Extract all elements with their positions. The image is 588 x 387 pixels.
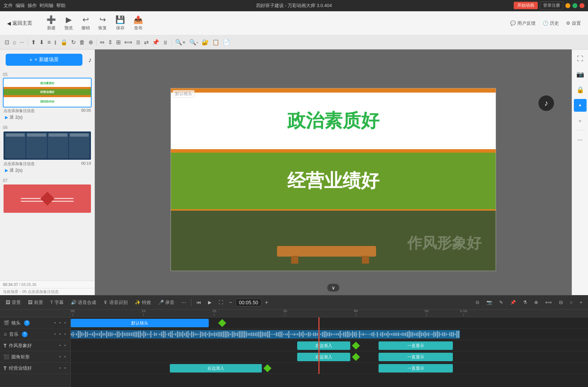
tl-rewind-button[interactable]: ⏮: [194, 299, 203, 306]
tool-distribute-v[interactable]: ⇕: [107, 38, 114, 46]
tl-filter-button[interactable]: ⚗: [521, 299, 529, 306]
redo-button[interactable]: ↪ 恢复: [98, 15, 107, 31]
right-tool-rectangle[interactable]: ▪: [574, 99, 587, 112]
right-tool-fullscreen[interactable]: ⛶: [574, 52, 587, 65]
tl-add-end-button[interactable]: +: [577, 299, 584, 306]
tl-time-minus-button[interactable]: −: [228, 299, 233, 306]
tl-diamond-rect[interactable]: [352, 353, 360, 361]
tl-block-jingy-in[interactable]: 右边渐入: [170, 364, 262, 373]
tool-lock2[interactable]: 🔐: [201, 38, 210, 46]
tool-flip[interactable]: ⇄: [143, 38, 150, 46]
feedback-button[interactable]: 💬 用户反馈: [510, 20, 536, 27]
tool-lock[interactable]: 🔒: [59, 38, 69, 46]
preview-button[interactable]: ▶ 预览: [64, 15, 73, 31]
login-register-button[interactable]: 登录注册: [540, 1, 563, 10]
menu-help[interactable]: 帮助: [56, 2, 65, 9]
track-dot1[interactable]: •: [58, 365, 62, 371]
tl-crop-button[interactable]: ⊕: [532, 299, 540, 306]
tool-order[interactable]: ≣: [135, 38, 142, 46]
tl-diamond-jingy[interactable]: [264, 364, 272, 373]
tl-snapshot-button[interactable]: ⊙: [473, 299, 482, 306]
tl-block-zfxx-always[interactable]: 一直显示: [379, 341, 453, 350]
tl-effects-button[interactable]: ✨ 特效: [133, 299, 153, 306]
menu-operate[interactable]: 操作: [28, 2, 37, 9]
slide-canvas[interactable]: 政治素质好 经营业绩好 团结协作好: [171, 88, 496, 271]
settings-button[interactable]: ⚙ 设置: [566, 20, 581, 27]
tool-crop[interactable]: ⊕: [87, 38, 94, 46]
tl-voice-synth-button[interactable]: 🔊 语音合成: [69, 299, 98, 306]
track-dot2[interactable]: •: [58, 320, 62, 326]
new-scene-button[interactable]: + + 新建场景: [6, 54, 82, 66]
track-dot3[interactable]: •: [63, 332, 67, 337]
track-dot2[interactable]: •: [58, 332, 62, 337]
tl-minus-button[interactable]: ○: [568, 299, 575, 306]
tl-caption-button[interactable]: T 字幕: [48, 299, 66, 306]
track-dot1[interactable]: •: [58, 354, 62, 360]
tool-delete[interactable]: 🗑: [78, 39, 86, 46]
track-dot1[interactable]: •: [53, 332, 57, 337]
tl-camera-button[interactable]: 📷: [484, 299, 494, 306]
menu-edit[interactable]: 编辑: [16, 2, 25, 9]
track-dot1[interactable]: •: [53, 320, 57, 326]
scene-thumbnail-06[interactable]: [3, 131, 92, 160]
play-icon[interactable]: ▶: [5, 115, 8, 120]
tl-voice-recog-button[interactable]: 🎙 语音识别: [101, 299, 130, 306]
track-dot3[interactable]: •: [63, 320, 67, 326]
tool-rotate[interactable]: ↻: [70, 38, 77, 46]
tool-zoom-out[interactable]: 🔍-: [188, 38, 199, 46]
tool-align-bottom[interactable]: ⬇: [38, 38, 45, 46]
track-dot1[interactable]: •: [58, 343, 62, 348]
tl-block-rect-always[interactable]: 一直显示: [379, 353, 453, 361]
tool-pin[interactable]: 📌: [151, 38, 160, 46]
back-home-button[interactable]: ◀ 返回主页: [7, 20, 32, 27]
track-dot2[interactable]: •: [63, 365, 67, 371]
scene-thumbnail-07[interactable]: [3, 184, 92, 213]
publish-button[interactable]: 📤 发布: [133, 15, 143, 31]
tl-play-button[interactable]: ▶: [206, 299, 214, 306]
tl-diamond-shot[interactable]: [218, 319, 226, 327]
tl-edit-button[interactable]: ✎: [497, 299, 505, 306]
new-button[interactable]: ➕ 新建: [46, 15, 56, 31]
tool-paste[interactable]: 📄: [222, 38, 231, 46]
tl-more-button[interactable]: ⋯: [179, 299, 188, 306]
tool-spacing[interactable]: ⟺: [123, 38, 133, 46]
music-float-button[interactable]: ♪: [538, 95, 554, 111]
right-tool-lock[interactable]: 🔒: [574, 83, 587, 96]
start-animation-button[interactable]: 开始动画: [514, 2, 538, 9]
tool-grid[interactable]: ⊞: [115, 38, 122, 46]
track-dot2[interactable]: •: [63, 354, 67, 360]
save-button[interactable]: 💾 保存: [115, 15, 125, 31]
menu-timeline[interactable]: 时间轴: [40, 2, 53, 9]
tl-block-music[interactable]: [71, 330, 460, 339]
tl-pin-button[interactable]: 📌: [508, 299, 518, 306]
tool-zoom-in[interactable]: 🔍+: [174, 38, 186, 46]
tl-block-zfxx-in[interactable]: 右边渐入: [297, 341, 350, 350]
window-minimize-button[interactable]: [565, 3, 570, 8]
tl-time-plus-button[interactable]: +: [264, 299, 269, 306]
window-close-button[interactable]: [580, 3, 584, 8]
track-dot2[interactable]: •: [63, 343, 67, 348]
music-note-icon[interactable]: ♪: [88, 56, 92, 64]
right-tool-small-rect[interactable]: ▫: [574, 115, 587, 127]
tl-collapse-button[interactable]: ⊟: [557, 299, 565, 306]
tool-columns[interactable]: ⫼: [162, 39, 169, 46]
window-maximize-button[interactable]: [572, 3, 577, 8]
tool-frame[interactable]: ⊡: [4, 38, 10, 46]
tl-record-button[interactable]: 🎤 录音: [156, 299, 177, 306]
scene-thumbnail-05[interactable]: 政治素质好 经营业绩好 团结协作好: [3, 78, 92, 107]
tool-align-top[interactable]: ⬆: [30, 38, 37, 46]
tl-fg-button[interactable]: 🖼 前景: [26, 299, 45, 306]
tl-block-rect-in[interactable]: 右边渐入: [297, 353, 350, 361]
tl-block-jingy-always[interactable]: 一直显示: [379, 364, 453, 373]
help-icon-shot[interactable]: ?: [24, 320, 30, 326]
tool-copy[interactable]: 📋: [211, 38, 220, 46]
history-button[interactable]: 🕐 历史: [543, 20, 559, 27]
tl-block-shot[interactable]: 默认镜头: [71, 319, 209, 327]
tl-fullscreen-button[interactable]: ⛶: [217, 299, 225, 306]
undo-button[interactable]: ↩ 撤销: [81, 15, 90, 31]
play-icon[interactable]: ▶: [5, 168, 8, 173]
tool-distribute-h[interactable]: ⇔: [99, 38, 105, 46]
tool-home[interactable]: ⌂: [12, 39, 17, 46]
tl-bg-button[interactable]: 🖼 背景: [4, 299, 23, 306]
right-tool-camera[interactable]: 📷: [574, 68, 587, 81]
